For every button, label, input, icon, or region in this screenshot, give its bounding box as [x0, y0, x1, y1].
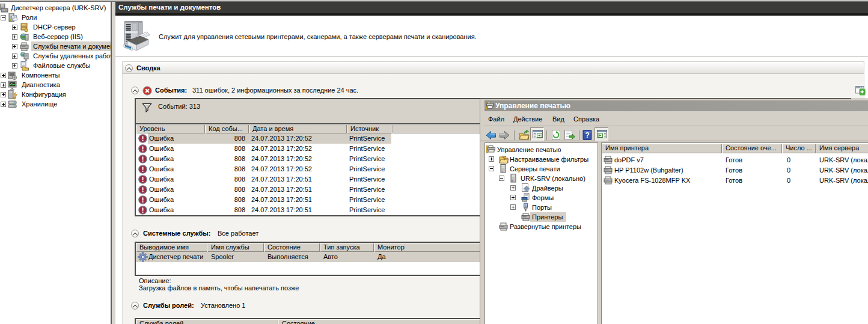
svg-text:?: ? [585, 131, 590, 139]
